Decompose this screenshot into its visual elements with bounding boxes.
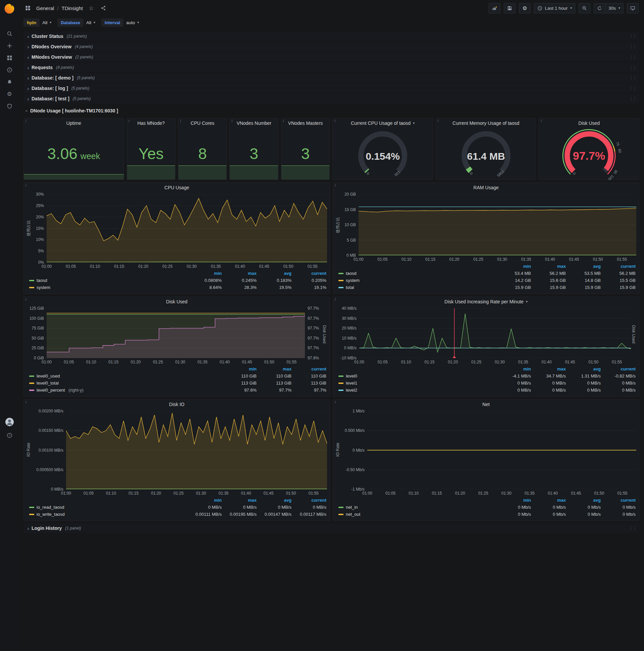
dashboard-settings-button[interactable]: ⚙ [519, 3, 530, 13]
legend-header[interactable]: current [291, 366, 326, 371]
legend-series-name[interactable]: level0_total [29, 380, 222, 385]
legend-header[interactable]: min [187, 498, 222, 503]
chart-plot-area[interactable] [367, 411, 636, 489]
panel-title[interactable]: CPU Usage [24, 183, 330, 192]
chart-plot-area[interactable] [46, 194, 327, 262]
share-icon[interactable] [98, 3, 108, 13]
chart-plot-area[interactable] [66, 411, 327, 489]
dashboard-row-header[interactable]: ›Database: [ test ](5 panels)⋮⋮ [24, 94, 639, 103]
legend-header[interactable]: min [496, 264, 531, 269]
legend-series-name[interactable]: io_read_taosd [29, 505, 187, 510]
legend-header[interactable]: current [601, 498, 636, 503]
panel-title[interactable]: Uptime [24, 119, 124, 128]
star-icon[interactable]: ☆ [86, 3, 96, 13]
chart-plot-area[interactable] [359, 194, 636, 255]
add-panel-button[interactable] [489, 3, 501, 13]
help-icon[interactable]: ? [3, 431, 15, 440]
legend-series-name[interactable]: level1 [339, 380, 496, 385]
legend-series-name[interactable]: level2 [339, 388, 496, 393]
create-plus-icon[interactable] [3, 41, 15, 50]
legend-header[interactable]: max [257, 366, 291, 371]
dashboard-row-expanded[interactable]: › DNode Usage [ huolinhe-TM1701:6030 ] [24, 106, 639, 116]
row-drag-handle[interactable]: ⋮⋮ [629, 44, 636, 49]
user-avatar[interactable] [5, 417, 14, 427]
legend-header[interactable]: current [601, 264, 636, 269]
legend-header[interactable]: avg [257, 498, 291, 503]
refresh-interval-dropdown[interactable]: 30s▾ [605, 3, 623, 13]
dashboard-row-header[interactable]: ›DNodes Overview(4 panels)⋮⋮ [24, 42, 639, 51]
row-drag-handle[interactable]: ⋮⋮ [629, 526, 636, 530]
refresh-button[interactable] [594, 3, 605, 13]
breadcrumb-title[interactable]: TDinsight [62, 5, 83, 11]
dashboard-row-header[interactable]: ›Database: [ log ](5 panels)⋮⋮ [24, 84, 639, 93]
variable-value-dropdown[interactable]: All▾ [42, 20, 51, 25]
panel-title[interactable]: Disk IO [24, 400, 330, 409]
dashboard-row-header[interactable]: ›Database: [ demo ](5 panels)⋮⋮ [24, 73, 639, 83]
legend-series-name[interactable]: level0_percent (right-y) [29, 388, 222, 393]
legend-header[interactable]: min [496, 366, 531, 371]
cycle-view-button[interactable] [627, 3, 639, 13]
row-drag-handle[interactable]: ⋮⋮ [629, 75, 636, 80]
panel-title[interactable]: Disk Used [24, 297, 330, 306]
zoom-out-button[interactable] [579, 3, 590, 13]
alerting-bell-icon[interactable] [3, 77, 15, 87]
legend-series-name[interactable]: net_in [339, 505, 496, 510]
row-drag-handle[interactable]: ⋮⋮ [629, 34, 636, 39]
row-drag-handle[interactable]: ⋮⋮ [629, 55, 636, 59]
legend-header[interactable]: avg [566, 366, 601, 371]
legend-header[interactable]: avg [257, 271, 291, 276]
variable-value-dropdown[interactable]: All▾ [86, 20, 95, 25]
legend-series-name[interactable]: system [339, 278, 496, 283]
legend-series-name[interactable]: taosd [339, 271, 496, 276]
chart-plot-area[interactable] [359, 308, 631, 358]
time-range-picker[interactable]: Last 1 hour ▾ [534, 3, 576, 13]
legend-header[interactable]: min [222, 366, 257, 371]
legend-series-name[interactable]: io_write_taosd [29, 512, 187, 517]
dashboard-row-header[interactable]: ›MNodes Overview(2 panels)⋮⋮ [24, 52, 639, 62]
panel-title[interactable]: Current CPU Usage of taosd▾ [333, 119, 433, 128]
server-admin-shield-icon[interactable] [3, 101, 15, 111]
legend-header[interactable]: avg [566, 498, 601, 503]
panel-title[interactable]: Disk Used [539, 119, 639, 128]
chart-plot-area[interactable] [46, 308, 305, 358]
save-dashboard-button[interactable] [504, 3, 516, 13]
legend-series-name[interactable]: level0 [339, 373, 496, 378]
legend-header[interactable]: max [222, 271, 257, 276]
row-drag-handle[interactable]: ⋮⋮ [629, 65, 636, 70]
legend-header[interactable]: current [291, 271, 326, 276]
legend-header[interactable]: max [531, 498, 566, 503]
search-icon[interactable] [3, 29, 15, 38]
row-drag-handle[interactable]: ⋮⋮ [629, 86, 636, 91]
configuration-gear-icon[interactable]: ⚙ [3, 89, 15, 99]
panel-title[interactable]: Net [333, 400, 639, 409]
dashboards-icon[interactable] [3, 53, 15, 62]
panel-title[interactable]: VNodes Masters [282, 119, 329, 128]
panel-title[interactable]: VNodes Number [230, 119, 278, 128]
legend-header[interactable]: min [496, 498, 531, 503]
legend-header[interactable]: max [531, 366, 566, 371]
dashboard-row-header[interactable]: ›Requests(4 panels)⋮⋮ [24, 63, 639, 72]
legend-header[interactable]: current [601, 366, 636, 371]
legend-header[interactable]: current [291, 498, 326, 503]
explore-compass-icon[interactable] [3, 65, 15, 74]
grafana-logo[interactable] [3, 3, 15, 15]
panel-title[interactable]: Disk Used Increasing Rate per Minute▾ [333, 297, 639, 306]
dashboard-row-header[interactable]: ›Login History(1 panel)⋮⋮ [24, 524, 639, 533]
legend-series-name[interactable]: net_out [339, 512, 496, 517]
panel-title[interactable]: Current Memory Usage of taosd [436, 119, 536, 128]
panel-title[interactable]: CPU Cores [179, 119, 226, 128]
panel-title[interactable]: RAM Usage [333, 183, 639, 192]
legend-header[interactable]: min [187, 271, 222, 276]
panel-title[interactable]: Has MNode? [127, 119, 175, 128]
variable-value-dropdown[interactable]: auto▾ [126, 20, 139, 25]
breadcrumb-section[interactable]: General [36, 5, 54, 11]
legend-header[interactable]: max [531, 264, 566, 269]
dashboard-grid-icon[interactable] [23, 3, 33, 13]
legend-series-name[interactable]: system [29, 285, 187, 290]
row-drag-handle[interactable]: ⋮⋮ [629, 96, 636, 101]
legend-header[interactable]: avg [566, 264, 601, 269]
legend-series-name[interactable]: level0_used [29, 373, 222, 378]
legend-series-name[interactable]: total [339, 285, 496, 290]
legend-header[interactable]: max [222, 498, 257, 503]
legend-series-name[interactable]: taosd [29, 278, 187, 283]
